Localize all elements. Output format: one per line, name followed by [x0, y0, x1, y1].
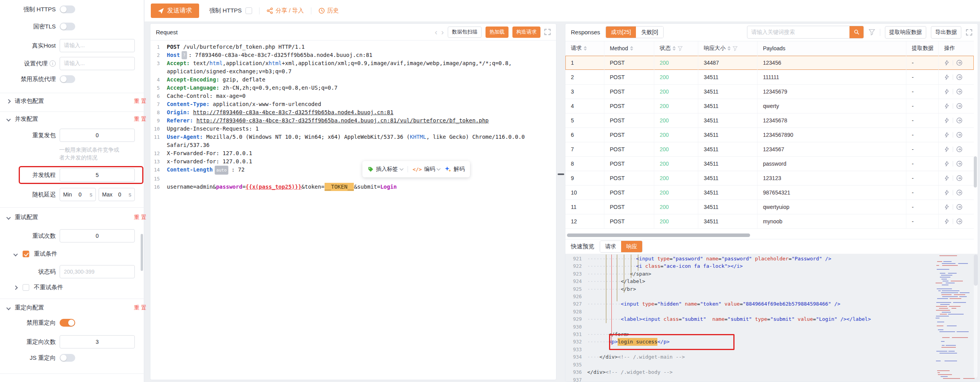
- packet-scan-button[interactable]: 数据包扫描: [448, 27, 482, 38]
- panel-resize-handle[interactable]: [558, 173, 564, 175]
- sort-icon[interactable]: [584, 46, 587, 51]
- retry-count-input[interactable]: 0: [60, 229, 135, 242]
- tab-success[interactable]: 成功[25]: [606, 27, 636, 38]
- open-detail-icon[interactable]: [956, 204, 962, 210]
- status-code-input[interactable]: 200,300-399: [60, 265, 135, 278]
- decode-button[interactable]: 解码: [445, 166, 464, 173]
- open-detail-icon[interactable]: [956, 88, 962, 95]
- section-retry[interactable]: 重试配置 重 置: [7, 214, 147, 221]
- table-row[interactable]: 3POST2003451112345679-: [565, 85, 974, 99]
- extract-response-button[interactable]: 提取响应数据: [885, 26, 926, 39]
- quick-preview-label[interactable]: 快速预览: [571, 243, 594, 250]
- lightning-icon[interactable]: [944, 118, 950, 123]
- disable-redirect-toggle[interactable]: [60, 319, 75, 327]
- table-row[interactable]: 11POST20034511qwertyuiop-: [565, 200, 974, 214]
- open-detail-icon[interactable]: [956, 60, 962, 66]
- redirect-count-input[interactable]: 3: [60, 335, 135, 348]
- col-header-extract[interactable]: 提取数据: [906, 41, 939, 55]
- filter-funnel-icon[interactable]: [733, 46, 738, 51]
- table-row[interactable]: 1POST20034487123456-: [565, 56, 974, 70]
- table-row[interactable]: 5POST2003451112345678-: [565, 113, 974, 128]
- table-row[interactable]: 2POST20034511111111-: [565, 70, 974, 85]
- js-redirect-toggle[interactable]: [60, 354, 75, 362]
- col-header-status[interactable]: 状态: [654, 41, 698, 55]
- delay-min-input[interactable]: Min 0 s: [60, 188, 96, 201]
- table-row[interactable]: 6POST200345111234567890-: [565, 128, 974, 142]
- table-row[interactable]: 8POST20034511password-: [565, 157, 974, 171]
- col-header-request[interactable]: 请求: [565, 41, 604, 55]
- force-https-toggle[interactable]: [60, 5, 75, 13]
- lightning-icon[interactable]: [944, 103, 950, 109]
- prev-page-arrow[interactable]: ‹: [435, 28, 438, 36]
- reset-concurrency-button[interactable]: 重 置: [134, 116, 147, 123]
- filter-funnel-icon[interactable]: [678, 46, 683, 51]
- filter-funnel-icon[interactable]: [869, 29, 875, 35]
- retry-cond-row[interactable]: 重试条件: [14, 250, 154, 258]
- lightning-icon[interactable]: [944, 161, 950, 166]
- proxy-input[interactable]: 请输入...: [60, 57, 135, 70]
- table-row[interactable]: 9POST20034511123123-: [565, 171, 974, 186]
- fullscreen-icon[interactable]: [966, 29, 972, 35]
- repeat-send-input[interactable]: 0: [60, 129, 135, 142]
- lightning-icon[interactable]: [944, 60, 950, 65]
- export-data-button[interactable]: 导出数据: [931, 26, 961, 39]
- next-page-arrow[interactable]: ›: [441, 28, 444, 36]
- hot-load-button[interactable]: 热加载: [486, 27, 509, 38]
- real-host-input[interactable]: 请输入...: [60, 39, 135, 52]
- insert-tag-button[interactable]: 插入标签: [368, 166, 403, 173]
- table-row[interactable]: 10POST20034511987654321-: [565, 186, 974, 200]
- share-import-button[interactable]: 分享 / 导入: [267, 7, 304, 14]
- col-header-method[interactable]: Method: [604, 41, 654, 55]
- sidebar-scrollbar[interactable]: [141, 234, 143, 271]
- request-editor[interactable]: 1POST /vul/burteforce/bf_token.php HTTP/…: [150, 41, 556, 191]
- reset-retry-button[interactable]: 重 置: [134, 214, 147, 221]
- col-header-size[interactable]: 响应大小: [698, 41, 758, 55]
- retry-cond-checkbox[interactable]: [23, 251, 29, 257]
- section-concurrency[interactable]: 并发配置 重 置: [7, 115, 147, 123]
- code-vertical-scrollbar[interactable]: [974, 255, 978, 378]
- table-horizontal-scrollbar[interactable]: [567, 233, 972, 238]
- sort-icon[interactable]: [630, 46, 633, 51]
- gm-tls-toggle[interactable]: [60, 23, 75, 30]
- lightning-icon[interactable]: [944, 219, 950, 224]
- no-retry-cond-row[interactable]: 不重试条件: [14, 284, 154, 291]
- search-button[interactable]: [849, 26, 863, 39]
- lightning-icon[interactable]: [944, 89, 950, 94]
- lightning-icon[interactable]: [944, 204, 950, 210]
- table-row[interactable]: 12POST20034511mynoob-: [565, 214, 974, 229]
- fullscreen-icon[interactable]: [544, 29, 551, 35]
- build-request-button[interactable]: 构造请求: [512, 27, 540, 38]
- lightning-icon[interactable]: [944, 147, 950, 152]
- reset-redirect-button[interactable]: 重 置: [134, 304, 147, 311]
- tab-fail[interactable]: 失败[0]: [636, 27, 663, 38]
- section-request-pkg[interactable]: 请求包配置 重 置: [7, 97, 147, 105]
- encode-button[interactable]: </> 编码: [413, 166, 440, 173]
- sort-icon[interactable]: [727, 46, 731, 51]
- lightning-icon[interactable]: [944, 132, 950, 138]
- open-detail-icon[interactable]: [956, 146, 962, 152]
- disable-sys-proxy-toggle[interactable]: [60, 75, 75, 83]
- lightning-icon[interactable]: [944, 190, 950, 195]
- section-redirect[interactable]: 重定向配置 重 置: [7, 304, 147, 311]
- delay-max-input[interactable]: Max 0 s: [99, 188, 135, 201]
- reset-request-pkg-button[interactable]: 重 置: [134, 98, 147, 105]
- lightning-icon[interactable]: [944, 74, 950, 80]
- open-detail-icon[interactable]: [956, 132, 962, 138]
- open-detail-icon[interactable]: [956, 161, 962, 167]
- code-minimap[interactable]: [936, 255, 968, 380]
- history-button[interactable]: 历史: [318, 7, 339, 14]
- open-detail-icon[interactable]: [956, 117, 962, 124]
- open-detail-icon[interactable]: [956, 103, 962, 109]
- lightning-icon[interactable]: [944, 175, 950, 181]
- force-https-toolbar-checkbox[interactable]: [245, 7, 252, 14]
- table-vertical-scrollbar[interactable]: [974, 156, 977, 187]
- tab-preview-response[interactable]: 响应: [621, 241, 642, 252]
- table-row[interactable]: 7POST200345111234567-: [565, 142, 974, 157]
- col-header-payloads[interactable]: Payloads: [758, 41, 906, 55]
- no-retry-cond-checkbox[interactable]: [23, 284, 29, 291]
- sort-icon[interactable]: [673, 46, 676, 51]
- search-input[interactable]: 请输入关键词搜索: [747, 29, 849, 36]
- open-detail-icon[interactable]: [956, 74, 962, 80]
- tab-preview-request[interactable]: 请求: [600, 241, 621, 252]
- table-row[interactable]: 4POST20034511qwerty-: [565, 99, 974, 113]
